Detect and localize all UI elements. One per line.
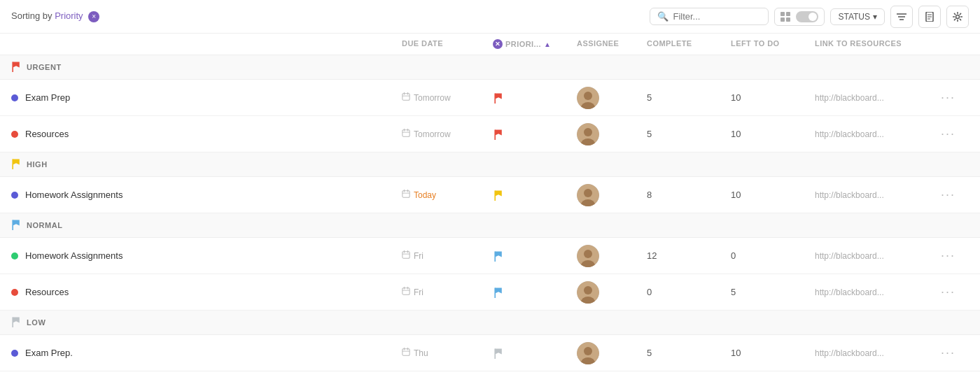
avatar: [577, 245, 599, 267]
left-to-do-cell: 10: [731, 92, 815, 103]
complete-cell: 0: [647, 287, 731, 297]
remove-sort-button[interactable]: ×: [88, 11, 99, 22]
svg-rect-0: [780, 12, 785, 16]
filter-icon-button[interactable]: [890, 6, 913, 28]
svg-marker-58: [495, 287, 502, 293]
filter-input-wrap[interactable]: 🔍: [650, 8, 769, 25]
toggle-button[interactable]: [774, 8, 825, 26]
complete-cell: 8: [647, 190, 731, 200]
svg-point-61: [584, 286, 592, 294]
due-date-cell: Thu: [402, 348, 493, 358]
due-date-value: Today: [414, 190, 436, 200]
task-name-cell: Homework Assignments: [11, 241, 402, 271]
priority-cell: [493, 287, 577, 298]
avatar: [577, 184, 599, 206]
status-drop-icon: ▾: [873, 12, 877, 22]
toggle-pill[interactable]: [796, 11, 818, 22]
col-header-complete: COMPLETE: [647, 39, 731, 49]
svg-rect-14: [402, 94, 410, 100]
calendar-icon: [402, 92, 410, 103]
task-name: Resources: [25, 287, 69, 297]
priority-sort-link[interactable]: Priority: [55, 10, 83, 21]
task-name-cell: Exam Prep: [11, 83, 402, 113]
priority-cell: [493, 348, 577, 359]
task-name-cell: Homework Assignments: [11, 180, 402, 210]
more-options-button[interactable]: ···: [941, 285, 969, 299]
group-flag-icon: [11, 316, 21, 329]
groups-container: URGENT Exam Prep Tomorrow: [0, 55, 980, 371]
table-row[interactable]: Resources Tomorrow: [0, 116, 980, 152]
group-header-high: HIGH: [0, 152, 980, 177]
svg-rect-34: [402, 191, 410, 197]
calendar-icon: [402, 129, 410, 139]
table-row[interactable]: Homework Assignments Today: [0, 177, 980, 213]
priority-label: PRIORI...: [505, 40, 541, 48]
filter-input[interactable]: [673, 11, 761, 22]
group-label: LOW: [27, 318, 46, 327]
priority-cell: [493, 129, 577, 140]
group-header-low: LOW: [0, 311, 980, 335]
complete-cell: 5: [647, 129, 731, 139]
svg-point-52: [584, 250, 592, 258]
assignee-cell: [577, 87, 647, 109]
link-cell: http://blackboard...: [815, 93, 941, 103]
task-name: Exam Prep.: [25, 348, 73, 358]
sort-arrow-icon: ▲: [544, 41, 551, 48]
more-options-button[interactable]: ···: [941, 90, 969, 105]
priority-cell: [493, 190, 577, 201]
group-label: NORMAL: [27, 221, 63, 229]
task-name: Homework Assignments: [25, 250, 122, 261]
task-dot: [11, 289, 18, 296]
top-bar-right: 🔍 STATUS ▾: [650, 6, 969, 28]
link-cell: http://blackboard...: [815, 287, 941, 297]
more-options-button[interactable]: ···: [941, 187, 969, 202]
left-to-do-cell: 10: [731, 129, 815, 139]
svg-marker-27: [495, 129, 502, 135]
calendar-icon: [402, 287, 410, 297]
settings-icon-button[interactable]: [946, 6, 969, 28]
svg-rect-45: [402, 252, 410, 258]
task-table: DUE DATE ✕ PRIORI... ▲ ASSIGNEE COMPLETE…: [0, 34, 980, 371]
gear-icon: [953, 12, 962, 22]
col-header-priority[interactable]: ✕ PRIORI... ▲: [493, 39, 577, 49]
svg-marker-69: [495, 348, 502, 354]
due-date-cell: Fri: [402, 287, 493, 297]
document-icon: [925, 12, 934, 22]
table-row[interactable]: Exam Prep. Thu: [0, 335, 980, 371]
svg-marker-12: [13, 62, 20, 68]
priority-cell: [493, 250, 577, 262]
filter-icon: [897, 13, 906, 21]
link-cell: http://blackboard...: [815, 348, 941, 358]
priority-cell: [493, 92, 577, 104]
due-date-value: Fri: [414, 251, 424, 261]
due-date-value: Thu: [414, 348, 428, 358]
svg-rect-3: [786, 17, 790, 22]
task-name: Exam Prep: [25, 92, 70, 103]
svg-marker-49: [495, 251, 502, 257]
group-flag-icon: [11, 219, 21, 232]
task-name-cell: Exam Prep.: [11, 338, 402, 368]
calendar-icon: [402, 190, 410, 200]
more-options-button[interactable]: ···: [941, 346, 969, 360]
task-name: Resources: [25, 129, 69, 139]
table-row[interactable]: Resources Fri: [0, 274, 980, 311]
priority-x-icon: ✕: [493, 39, 503, 49]
assignee-cell: [577, 281, 647, 304]
col-header-due-date: DUE DATE: [402, 39, 493, 49]
more-options-button[interactable]: ···: [941, 248, 969, 263]
group-label: HIGH: [27, 160, 48, 169]
avatar: [577, 87, 599, 109]
complete-cell: 12: [647, 250, 731, 261]
due-date-cell: Fri: [402, 250, 493, 261]
status-button[interactable]: STATUS ▾: [830, 8, 885, 25]
left-to-do-cell: 10: [731, 348, 815, 358]
search-icon: 🔍: [657, 11, 668, 22]
table-row[interactable]: Exam Prep Tomorrow: [0, 80, 980, 116]
status-label: STATUS: [838, 12, 870, 22]
table-row[interactable]: Homework Assignments Fri: [0, 238, 980, 274]
left-to-do-cell: 0: [731, 250, 815, 261]
assignee-cell: [577, 342, 647, 364]
more-options-button[interactable]: ···: [941, 127, 969, 141]
svg-rect-54: [402, 288, 410, 294]
doc-icon-button[interactable]: [918, 6, 941, 28]
